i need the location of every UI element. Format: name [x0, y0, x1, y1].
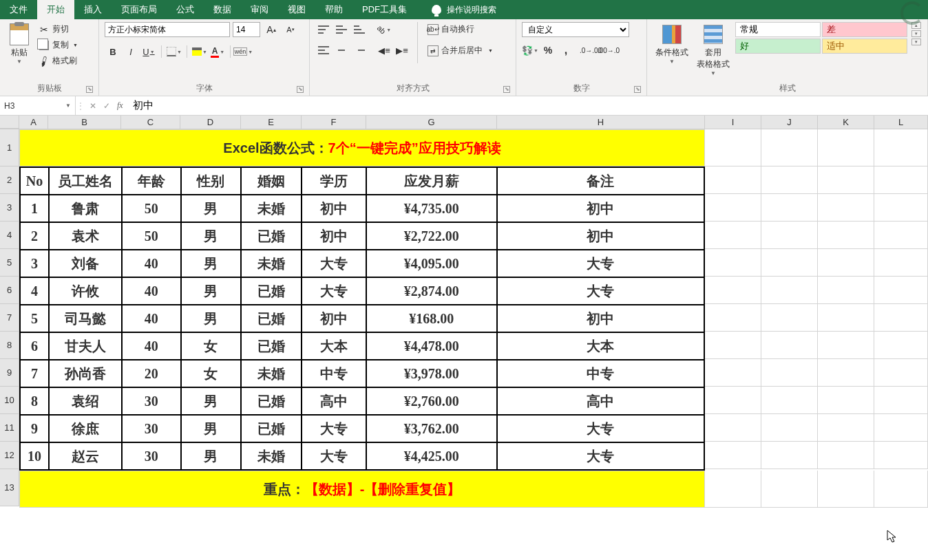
worksheet-grid[interactable]: ABCDEFGHIJKL 12345678910111213 Excel函数公式… — [0, 116, 928, 508]
tab-开始[interactable]: 开始 — [37, 0, 74, 19]
dialog-launcher-icon[interactable]: ⬊ — [86, 86, 93, 93]
underline-button[interactable]: U▼ — [140, 44, 157, 59]
cell[interactable] — [705, 249, 761, 277]
dialog-launcher-icon[interactable]: ⬊ — [503, 86, 510, 93]
italic-button[interactable]: I — [123, 44, 139, 59]
table-cell[interactable]: 大专 — [302, 277, 366, 305]
tab-公式[interactable]: 公式 — [167, 0, 204, 19]
table-cell[interactable]: 男 — [181, 277, 242, 305]
table-cell[interactable]: 甘夫人 — [49, 332, 122, 360]
align-left-button[interactable] — [315, 43, 332, 58]
row-header-6[interactable]: 6 — [0, 277, 19, 304]
table-cell[interactable]: 未婚 — [241, 250, 302, 277]
table-cell[interactable]: 刘备 — [49, 250, 122, 277]
table-header[interactable]: No — [20, 167, 49, 195]
col-header-E[interactable]: E — [241, 116, 302, 129]
cell[interactable] — [818, 332, 874, 359]
row-header-1[interactable]: 1 — [0, 129, 19, 166]
table-cell[interactable]: 男 — [181, 195, 242, 222]
table-cell[interactable]: 40 — [122, 250, 181, 277]
table-cell[interactable]: 男 — [181, 305, 242, 332]
cell[interactable] — [818, 222, 874, 249]
table-cell[interactable]: 女 — [181, 360, 242, 387]
table-cell[interactable]: 已婚 — [241, 415, 302, 442]
col-header-D[interactable]: D — [180, 116, 241, 129]
table-cell[interactable]: 高中 — [497, 387, 704, 415]
cell[interactable] — [818, 129, 874, 166]
cell[interactable] — [874, 129, 928, 166]
cell[interactable] — [761, 387, 818, 414]
table-cell[interactable]: ¥4,478.00 — [366, 332, 497, 360]
table-cell[interactable]: 大专 — [302, 415, 366, 442]
table-cell[interactable]: 未婚 — [241, 442, 302, 470]
table-cell[interactable]: 大专 — [497, 250, 704, 277]
table-cell[interactable]: 3 — [20, 250, 49, 277]
table-cell[interactable]: 大专 — [302, 442, 366, 470]
table-cell[interactable]: 大专 — [497, 277, 704, 305]
table-cell[interactable]: 初中 — [497, 305, 704, 332]
table-cell[interactable]: ¥2,760.00 — [366, 387, 497, 415]
table-cell[interactable]: ¥168.00 — [366, 305, 497, 332]
formula-input[interactable]: 初中 — [127, 96, 928, 115]
cell[interactable] — [705, 194, 761, 222]
table-cell[interactable]: 已婚 — [241, 222, 302, 250]
cell[interactable] — [705, 277, 761, 304]
cell[interactable] — [705, 387, 761, 414]
table-cell[interactable]: 中专 — [302, 360, 366, 387]
percent-button[interactable]: % — [540, 43, 556, 58]
col-header-H[interactable]: H — [497, 116, 705, 129]
table-cell[interactable]: 孙尚香 — [49, 360, 122, 387]
table-cell[interactable]: 4 — [20, 277, 49, 305]
enter-icon[interactable]: ✓ — [103, 101, 110, 111]
name-box[interactable]: H3▼ — [0, 96, 76, 115]
table-cell[interactable]: 50 — [122, 222, 181, 250]
tab-PDF工具集[interactable]: PDF工具集 — [352, 0, 416, 19]
col-header-B[interactable]: B — [48, 116, 121, 129]
style-good[interactable]: 好 — [735, 39, 821, 54]
cell[interactable] — [761, 129, 818, 166]
fx-icon[interactable]: fx — [117, 100, 123, 111]
table-cell[interactable]: 初中 — [302, 195, 366, 222]
table-cell[interactable]: 40 — [122, 305, 181, 332]
table-cell[interactable]: 大本 — [497, 332, 704, 360]
tell-me-search[interactable]: 操作说明搜索 — [425, 0, 503, 19]
dialog-launcher-icon[interactable]: ⬊ — [297, 86, 304, 93]
table-cell[interactable]: 男 — [181, 387, 242, 415]
table-cell[interactable]: 大专 — [302, 250, 366, 277]
table-cell[interactable]: 9 — [20, 415, 49, 442]
cells-area[interactable]: Excel函数公式：7个“一键完成”应用技巧解读 No员工姓名年龄性别婚姻学历应… — [19, 129, 928, 508]
copy-button[interactable]: 复制▼ — [36, 38, 81, 52]
cell[interactable] — [705, 129, 761, 166]
table-cell[interactable]: 许攸 — [49, 277, 122, 305]
cell-styles-gallery[interactable]: 常规 差 好 适中 — [735, 22, 907, 54]
table-cell[interactable]: ¥4,425.00 — [366, 442, 497, 470]
font-color-button[interactable]: A▼ — [209, 44, 226, 59]
cell[interactable] — [705, 471, 761, 508]
table-cell[interactable]: 初中 — [302, 222, 366, 250]
cell[interactable] — [874, 471, 928, 508]
decrease-font-button[interactable]: A▾ — [282, 22, 299, 37]
table-header[interactable]: 年龄 — [122, 167, 181, 195]
tab-页面布局[interactable]: 页面布局 — [112, 0, 167, 19]
table-cell[interactable]: ¥3,978.00 — [366, 360, 497, 387]
increase-indent-button[interactable]: ▶≡ — [394, 43, 410, 58]
col-header-I[interactable]: I — [705, 116, 761, 129]
cut-button[interactable]: ✂剪切 — [36, 22, 81, 36]
style-normal[interactable]: 常规 — [735, 22, 821, 37]
cell[interactable] — [874, 277, 928, 304]
title-merged-cell[interactable]: Excel函数公式：7个“一键完成”应用技巧解读 — [19, 129, 705, 166]
table-cell[interactable]: 初中 — [497, 195, 704, 222]
orientation-button[interactable]: ab▼ — [376, 22, 392, 37]
cell[interactable] — [705, 222, 761, 249]
table-cell[interactable]: 已婚 — [241, 387, 302, 415]
style-gallery-scroll[interactable]: ▴▾▾ — [911, 22, 921, 45]
row-header-5[interactable]: 5 — [0, 249, 19, 277]
row-header-9[interactable]: 9 — [0, 359, 19, 387]
comma-style-button[interactable]: , — [558, 43, 574, 58]
table-header[interactable]: 员工姓名 — [49, 167, 122, 195]
cell[interactable] — [761, 222, 818, 249]
table-cell[interactable]: 40 — [122, 332, 181, 360]
table-cell[interactable]: 大专 — [497, 442, 704, 470]
table-cell[interactable]: 男 — [181, 250, 242, 277]
bold-button[interactable]: B — [105, 44, 121, 59]
